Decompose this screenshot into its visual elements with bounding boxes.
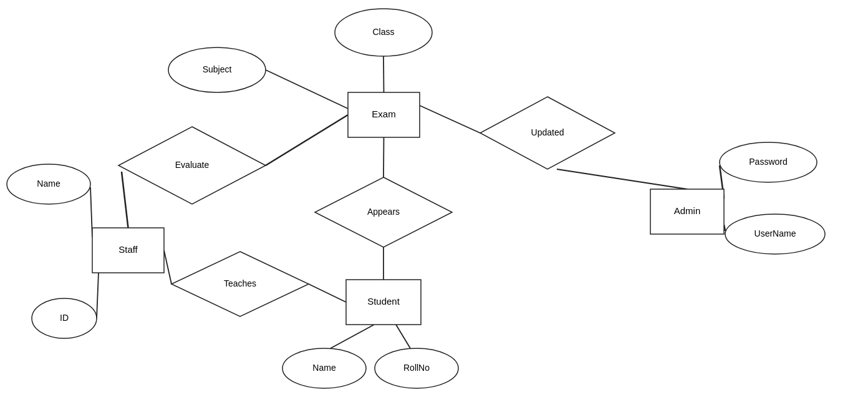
er-diagram-canvas <box>0 0 868 417</box>
